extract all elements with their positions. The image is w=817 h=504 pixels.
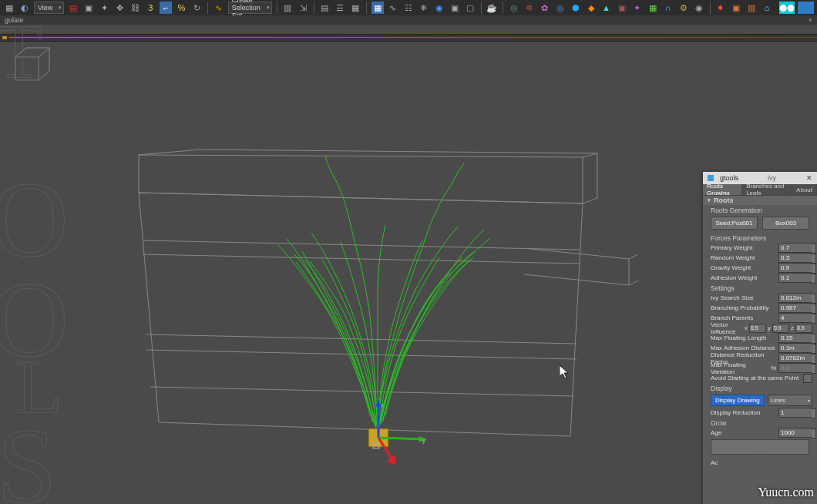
tab-branches-leafs[interactable]: Branches and Leafs bbox=[742, 184, 792, 195]
render-setup-icon[interactable]: ▣ bbox=[449, 2, 461, 14]
gtools-panel: gtools ivy ✕ Roots Growing Branches and … bbox=[703, 172, 817, 504]
vector-z-spinner[interactable]: 0.5 bbox=[795, 324, 812, 333]
plugin-10-icon[interactable]: ▦ bbox=[647, 2, 659, 14]
ac-label: Ac bbox=[711, 459, 812, 466]
plugin-6-icon[interactable]: ◆ bbox=[585, 2, 597, 14]
plugin-8-icon[interactable]: ▣ bbox=[616, 2, 628, 14]
selection-set-dropdown[interactable]: Create Selection Set bbox=[228, 2, 272, 14]
display-mode-combo[interactable]: Lines bbox=[768, 395, 812, 406]
plugin-3-icon[interactable]: ✿ bbox=[539, 2, 551, 14]
viewport[interactable]: T O O L S bbox=[0, 42, 817, 504]
svg-line-5 bbox=[143, 240, 580, 250]
link-icon[interactable]: ⛓ bbox=[129, 2, 141, 14]
plugin-9-icon[interactable]: ✦ bbox=[631, 2, 644, 14]
plugin-1-icon[interactable]: ◎ bbox=[508, 2, 520, 14]
label-grow: Grow bbox=[703, 418, 817, 428]
panel-tabs: Roots Growing Branches and Leafs About bbox=[703, 184, 817, 195]
top-right-strip bbox=[798, 2, 814, 14]
sim-badge-icon[interactable]: ⬤⬤ bbox=[779, 2, 795, 14]
dope-sheet-icon[interactable]: ☷ bbox=[402, 2, 415, 14]
material-icon[interactable]: ◉ bbox=[433, 2, 445, 14]
toggle-grid-icon[interactable]: ▦ bbox=[349, 2, 361, 14]
percent-icon[interactable]: % bbox=[175, 2, 187, 14]
seed-button[interactable]: Seed:Pos001 bbox=[711, 217, 758, 230]
svg-line-2 bbox=[139, 150, 200, 155]
ribbon-icon[interactable]: ▦ bbox=[372, 2, 384, 14]
age-spinner[interactable]: 1000 bbox=[778, 428, 812, 438]
plugin-15-icon[interactable]: ▣ bbox=[730, 2, 742, 14]
plugin-2-icon[interactable]: ✲ bbox=[523, 2, 536, 14]
curve-icon[interactable]: ∿ bbox=[213, 2, 225, 14]
dist-red-spinner[interactable]: 0.0762m bbox=[778, 353, 812, 363]
label-roots-generation: Roots Generation bbox=[703, 205, 817, 215]
float-var-spinner[interactable]: 0.0 bbox=[778, 363, 812, 373]
plugin-14-icon[interactable]: ✷ bbox=[714, 2, 727, 14]
tab-roots-growing[interactable]: Roots Growing bbox=[703, 184, 742, 195]
svg-line-15 bbox=[39, 71, 49, 80]
section-roots[interactable]: Roots bbox=[703, 195, 817, 205]
max-float-spinner[interactable]: 0.15 bbox=[778, 333, 812, 343]
display-reduction-label: Display Reduction bbox=[711, 409, 778, 416]
layer-icon[interactable]: ▣ bbox=[82, 2, 95, 14]
svg-text:y: y bbox=[422, 437, 425, 444]
plugin-17-icon[interactable]: ⌂ bbox=[761, 2, 773, 14]
plugin-13-icon[interactable]: ◉ bbox=[693, 2, 705, 14]
random-weight-label: Random Weight bbox=[711, 254, 778, 261]
align-icon[interactable]: ⇲ bbox=[297, 2, 309, 14]
render-frame-icon[interactable]: ▢ bbox=[464, 2, 476, 14]
pan-icon[interactable]: ✥ bbox=[113, 2, 126, 14]
panel-subtitle: ivy bbox=[768, 174, 776, 182]
svg-line-19 bbox=[378, 438, 422, 439]
tab-about[interactable]: About bbox=[792, 184, 817, 195]
gravity-weight-spinner[interactable]: 0.9 bbox=[778, 263, 812, 273]
spinner-icon[interactable]: ↻ bbox=[190, 2, 203, 14]
primary-weight-label: Primary Weight bbox=[711, 244, 778, 251]
toggle-layers-icon[interactable]: ▤ bbox=[318, 2, 331, 14]
render-icon[interactable]: ☕ bbox=[486, 2, 498, 14]
plugin-11-icon[interactable]: ∩ bbox=[662, 2, 674, 14]
vector-x-spinner[interactable]: 0.5 bbox=[749, 324, 766, 333]
plugin-5-icon[interactable]: ⬢ bbox=[570, 2, 582, 14]
toggle-schematic-icon[interactable]: ☰ bbox=[334, 2, 346, 14]
display-reduction-spinner[interactable]: 1 bbox=[778, 408, 812, 418]
svg-rect-12 bbox=[15, 57, 39, 80]
max-adh-spinner[interactable]: 0.1m bbox=[778, 343, 812, 353]
search-size-spinner[interactable]: 0.012m bbox=[778, 293, 812, 303]
adhesion-weight-spinner[interactable]: 0.1 bbox=[778, 273, 812, 283]
close-icon[interactable]: ✕ bbox=[806, 174, 812, 182]
mirror-icon[interactable]: ▥ bbox=[281, 2, 294, 14]
keyframe-icon[interactable]: ✦ bbox=[98, 2, 110, 14]
grow-big-button[interactable]: … bbox=[711, 439, 809, 455]
sub-toolbar: gulate ▾ bbox=[0, 15, 817, 25]
plugin-4-icon[interactable]: ◎ bbox=[554, 2, 567, 14]
plugin-12-icon[interactable]: ⚙ bbox=[677, 2, 690, 14]
display-drawing-button[interactable]: Display Drawing bbox=[711, 395, 765, 406]
avoid-same-point-checkbox[interactable] bbox=[803, 374, 812, 383]
svg-line-13 bbox=[15, 48, 26, 57]
svg-line-11 bbox=[629, 281, 638, 285]
primary-weight-spinner[interactable]: 0.7 bbox=[778, 243, 812, 253]
age-label: Age bbox=[711, 429, 778, 436]
float-var-pct: % bbox=[771, 365, 776, 371]
curve-editor-icon[interactable]: ∿ bbox=[387, 2, 399, 14]
branch-prob-label: Branching Probability bbox=[711, 304, 778, 311]
svg-line-10 bbox=[629, 254, 638, 259]
label-display: Display bbox=[703, 383, 817, 393]
panel-title-text: gtools bbox=[720, 174, 738, 182]
plugin-7-icon[interactable]: ▲ bbox=[600, 2, 613, 14]
plugin-16-icon[interactable]: ▥ bbox=[745, 2, 758, 14]
target-button[interactable]: Box003 bbox=[762, 217, 809, 230]
snap-icon[interactable]: ❄ bbox=[418, 2, 430, 14]
branch-prob-spinner[interactable]: 0.987 bbox=[778, 303, 812, 313]
snap-angle-icon[interactable]: ⌐ bbox=[160, 2, 172, 14]
branch-parents-spinner[interactable]: 4 bbox=[778, 313, 812, 323]
random-weight-spinner[interactable]: 0.3 bbox=[778, 253, 812, 263]
key-mode-icon[interactable]: ▤ bbox=[67, 2, 79, 14]
gravity-weight-label: Gravity Weight bbox=[711, 264, 778, 271]
avoid-same-point-label: Avoid Starting at the same Point bbox=[711, 375, 803, 381]
svg-marker-1 bbox=[139, 193, 583, 436]
vector-y-spinner[interactable]: 0.5 bbox=[772, 324, 789, 333]
timeline[interactable] bbox=[0, 34, 817, 42]
svg-line-14 bbox=[39, 48, 49, 57]
three-icon[interactable]: 3 bbox=[144, 2, 156, 14]
